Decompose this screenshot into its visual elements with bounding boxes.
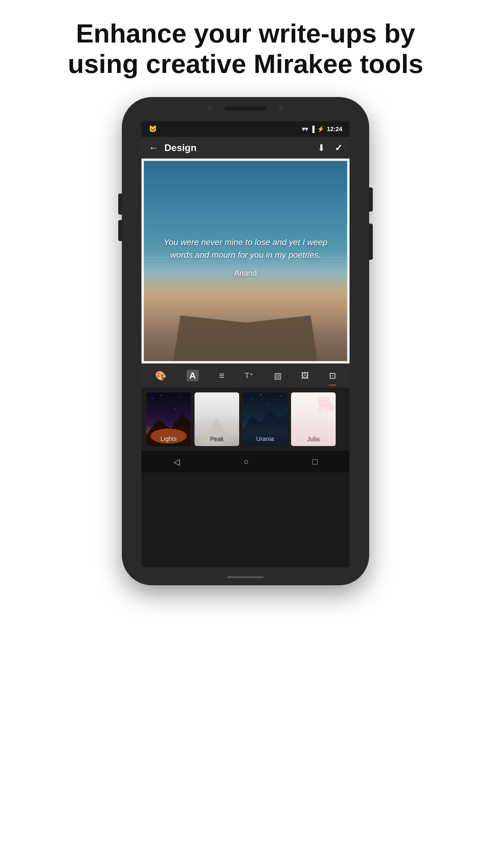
svg-point-17 [267, 404, 267, 405]
canvas-text-overlay[interactable]: You were never mine to lose and yet I we… [158, 236, 333, 278]
tool-image[interactable]: 🖼 [298, 371, 311, 380]
theme-lights-label: Lights [146, 435, 191, 442]
palette-icon: 🎨 [155, 370, 166, 381]
author-text: Anand [158, 269, 333, 278]
quote-text: You were never mine to lose and yet I we… [158, 236, 333, 261]
app-bar: ← Design ⬇ ✓ [141, 137, 350, 158]
status-bar: 🐱 ▾▾ ▐ ⚡ 12:24 [141, 121, 350, 137]
svg-point-3 [179, 397, 180, 397]
download-button[interactable]: ⬇ [318, 143, 325, 153]
app-bar-actions: ⬇ ✓ [318, 143, 342, 153]
theme-julia[interactable]: Julia [291, 393, 336, 446]
svg-point-18 [285, 409, 285, 410]
page-title: Design [164, 142, 318, 153]
notification-icon: 🐱 [149, 125, 157, 133]
headline-line2: using creative Mirakee tools [68, 49, 424, 79]
theme-urania-label: Urania [243, 435, 287, 442]
headline: Enhance your write-ups by using creative… [44, 18, 447, 79]
themes-row: Lights Peak [141, 388, 350, 451]
tool-size[interactable]: T⁺ [242, 371, 256, 380]
text-icon: A [186, 370, 199, 381]
tool-align[interactable]: ≡ [216, 370, 227, 381]
wifi-icon: ▾▾ [302, 125, 308, 133]
image-icon: 🖼 [301, 371, 309, 380]
svg-point-13 [261, 395, 261, 395]
svg-point-6 [175, 409, 175, 409]
status-left: 🐱 [149, 125, 157, 133]
status-right: ▾▾ ▐ ⚡ 12:24 [302, 125, 342, 133]
camera-area [207, 106, 284, 111]
headline-line1: Enhance your write-ups by [76, 19, 415, 48]
nav-home-button[interactable]: ○ [244, 457, 249, 467]
svg-point-22 [318, 405, 325, 412]
nav-back-button[interactable]: ◁ [173, 457, 180, 467]
frame-icon: ⊡ [329, 371, 336, 381]
tool-bar: 🎨 A ≡ T⁺ ▧ 🖼 ⊡ [141, 364, 350, 388]
svg-point-21 [326, 403, 335, 412]
canvas-book [173, 315, 318, 364]
theme-julia-label: Julia [291, 435, 336, 442]
theme-peak-label: Peak [195, 435, 239, 442]
confirm-button[interactable]: ✓ [335, 143, 342, 153]
theme-lights[interactable]: Lights [146, 393, 191, 446]
volume-buttons [118, 193, 122, 247]
svg-point-16 [247, 406, 248, 407]
canvas-area[interactable]: You were never mine to lose and yet I we… [141, 158, 350, 364]
nav-recent-button[interactable]: □ [313, 457, 318, 467]
svg-point-7 [150, 413, 151, 414]
nav-bar: ◁ ○ □ [141, 451, 350, 472]
clock: 12:24 [327, 126, 342, 133]
volume-up-button[interactable] [118, 193, 122, 215]
tool-style[interactable]: ▧ [271, 371, 284, 381]
align-icon: ≡ [219, 370, 225, 381]
svg-point-2 [170, 401, 171, 402]
svg-point-1 [161, 395, 162, 396]
svg-point-12 [252, 398, 252, 399]
style-icon: ▧ [274, 371, 281, 381]
signal-icon: ▐ [310, 126, 315, 133]
sensor [279, 106, 284, 111]
back-button[interactable]: ← [149, 142, 158, 153]
phone-device: 🐱 ▾▾ ▐ ⚡ 12:24 ← Design ⬇ ✓ [122, 97, 369, 585]
theme-urania[interactable]: Urania [243, 393, 287, 446]
home-indicator [227, 576, 264, 578]
front-camera [207, 106, 212, 111]
earpiece-speaker [224, 107, 267, 110]
tool-frame[interactable]: ⊡ [327, 371, 338, 381]
theme-peak[interactable]: Peak [195, 393, 239, 446]
battery-icon: ⚡ [317, 125, 324, 133]
tool-palette[interactable]: 🎨 [153, 370, 169, 381]
phone-screen: 🐱 ▾▾ ▐ ⚡ 12:24 ← Design ⬇ ✓ [141, 121, 350, 567]
svg-point-4 [185, 404, 186, 405]
svg-point-14 [272, 400, 273, 400]
tool-text[interactable]: A [184, 370, 201, 381]
volume-down-button[interactable] [118, 220, 122, 241]
svg-point-0 [152, 398, 153, 399]
svg-point-5 [156, 407, 157, 408]
size-icon: T⁺ [244, 371, 254, 380]
svg-point-15 [280, 396, 281, 396]
